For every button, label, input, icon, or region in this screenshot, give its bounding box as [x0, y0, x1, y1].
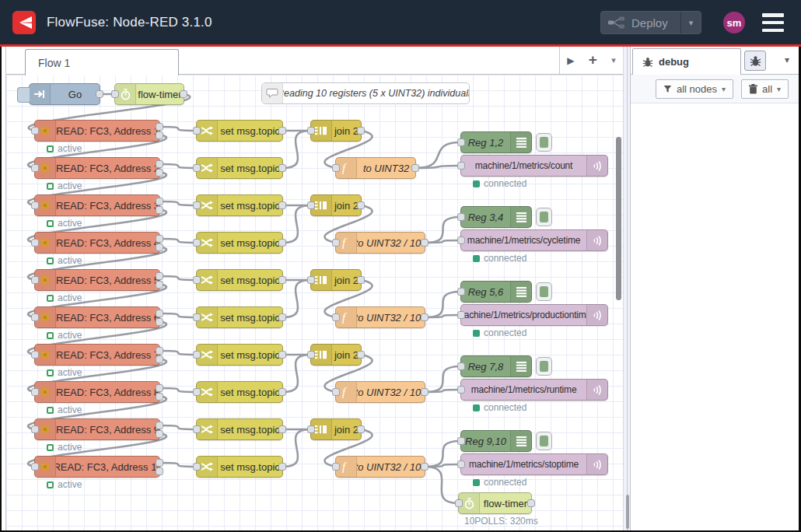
input-port[interactable] — [332, 164, 340, 172]
node-join0[interactable]: join 2 — [310, 120, 362, 142]
node-chg4[interactable]: set msg.topic — [196, 269, 283, 291]
add-flow-icon[interactable]: + — [589, 51, 597, 68]
output-port[interactable] — [156, 281, 163, 289]
output-port[interactable] — [278, 351, 286, 359]
debug-enable-toggle[interactable] — [536, 432, 552, 450]
input-port[interactable] — [457, 311, 465, 319]
output-port[interactable] — [278, 388, 286, 396]
flow-list-caret-icon[interactable]: ▾ — [611, 55, 616, 65]
output-port[interactable] — [357, 201, 365, 209]
node-func2[interactable]: fto UINT32 / 100 — [335, 306, 425, 328]
output-port[interactable] — [278, 127, 286, 135]
output-port[interactable] — [278, 239, 286, 247]
node-mq4[interactable]: machine/1/metrics/stoptime — [460, 453, 608, 475]
node-chg1[interactable]: set msg.topic — [196, 157, 283, 179]
input-port[interactable] — [31, 388, 39, 396]
node-chg8[interactable]: set msg.topic — [196, 418, 283, 440]
input-port[interactable] — [31, 239, 39, 247]
input-port[interactable] — [457, 437, 465, 445]
node-read4[interactable]: READ: FC3, Address 5 — [34, 269, 160, 291]
output-port[interactable] — [156, 467, 163, 475]
filter-nodes-button[interactable]: all nodes ▾ — [656, 79, 733, 99]
input-port[interactable] — [193, 425, 201, 433]
node-chg0[interactable]: set msg.topic — [196, 120, 283, 142]
node-chg5[interactable]: set msg.topic — [196, 306, 283, 328]
node-func0[interactable]: fto UINT32 — [335, 157, 416, 179]
debug-enable-toggle[interactable] — [536, 133, 552, 152]
canvas-vertical-scrollbar[interactable] — [616, 137, 621, 300]
output-port[interactable] — [156, 384, 163, 392]
input-port[interactable] — [31, 425, 39, 433]
input-port[interactable] — [457, 162, 465, 170]
tab-flow-1[interactable]: Flow 1 — [25, 49, 179, 75]
node-dbg1[interactable]: Reg 3,4 — [460, 206, 532, 228]
output-port[interactable] — [96, 90, 103, 98]
node-mq0[interactable]: machine/1/metrics/count — [460, 155, 608, 177]
node-read0[interactable]: READ: FC3, Address 1 — [34, 120, 160, 142]
output-port[interactable] — [156, 393, 163, 401]
input-port[interactable] — [457, 460, 465, 468]
input-port[interactable] — [31, 127, 39, 135]
output-port[interactable] — [156, 310, 163, 317]
node-read5[interactable]: READ: FC3, Address 6 — [34, 306, 160, 328]
node-func1[interactable]: fto UINT32 / 100 — [335, 232, 425, 254]
input-port[interactable] — [31, 201, 39, 209]
node-inject[interactable]: Go — [29, 83, 100, 105]
input-port[interactable] — [457, 288, 465, 296]
input-port[interactable] — [31, 313, 39, 321]
run-flow-icon[interactable]: ▶ — [567, 55, 574, 66]
output-port[interactable] — [156, 206, 163, 214]
input-port[interactable] — [332, 463, 340, 471]
output-port[interactable] — [278, 463, 286, 471]
node-read1[interactable]: READ: FC3, Address 2 — [34, 157, 160, 179]
output-port[interactable] — [357, 351, 365, 359]
debug-messages-panel[interactable] — [631, 103, 799, 530]
input-port[interactable] — [111, 90, 119, 98]
node-comment[interactable]: Reading 10 registers (5 x UINT32) indivi… — [261, 82, 470, 104]
output-port[interactable] — [278, 164, 286, 172]
debug-enable-toggle[interactable] — [536, 357, 552, 376]
flow-canvas[interactable]: Goflow-timerReading 10 registers (5 x UI… — [6, 75, 623, 530]
node-func3[interactable]: fto UINT32 / 100 — [335, 381, 425, 403]
node-mq2[interactable]: machine/1/metrics/productiontime — [460, 304, 608, 326]
input-port[interactable] — [193, 201, 201, 209]
input-port[interactable] — [193, 388, 201, 396]
output-port[interactable] — [156, 318, 163, 326]
input-port[interactable] — [193, 351, 201, 359]
node-join3[interactable]: join 2 — [310, 344, 362, 366]
input-port[interactable] — [332, 239, 340, 247]
input-port[interactable] — [193, 239, 201, 247]
output-port[interactable] — [421, 313, 428, 321]
input-port[interactable] — [193, 127, 201, 135]
output-port[interactable] — [421, 239, 428, 247]
node-chg2[interactable]: set msg.topic — [196, 194, 283, 216]
sidebar-caret-icon[interactable]: ▾ — [785, 54, 789, 65]
output-port[interactable] — [357, 276, 365, 284]
node-dbg2[interactable]: Reg 5,6 — [460, 281, 532, 303]
output-port[interactable] — [156, 235, 163, 243]
deploy-button[interactable]: Deploy ▾ — [600, 11, 701, 34]
output-port[interactable] — [156, 131, 163, 139]
output-port[interactable] — [180, 90, 187, 98]
user-avatar[interactable]: sm — [723, 12, 745, 33]
output-port[interactable] — [156, 422, 163, 429]
input-port[interactable] — [307, 127, 315, 135]
output-port[interactable] — [278, 276, 286, 284]
node-read3[interactable]: READ: FC3, Address 4 — [34, 232, 160, 254]
debug-enable-toggle[interactable] — [536, 282, 552, 301]
node-ft_bot[interactable]: flow-timer — [458, 492, 532, 514]
node-read9[interactable]: READ: FC3, Address 10 — [34, 456, 160, 478]
input-port[interactable] — [307, 276, 315, 284]
input-port[interactable] — [457, 386, 465, 394]
output-port[interactable] — [278, 313, 286, 321]
output-port[interactable] — [156, 160, 163, 168]
output-port[interactable] — [156, 123, 163, 131]
output-port[interactable] — [156, 355, 163, 363]
clear-messages-button[interactable]: all ▾ — [741, 79, 789, 99]
output-port[interactable] — [156, 459, 163, 467]
node-dbg4[interactable]: Reg 9,10 — [460, 430, 532, 452]
node-chg9[interactable]: set msg.topic — [196, 456, 283, 478]
input-port[interactable] — [307, 201, 315, 209]
node-dbg3[interactable]: Reg 7,8 — [460, 355, 532, 377]
output-port[interactable] — [156, 272, 163, 280]
